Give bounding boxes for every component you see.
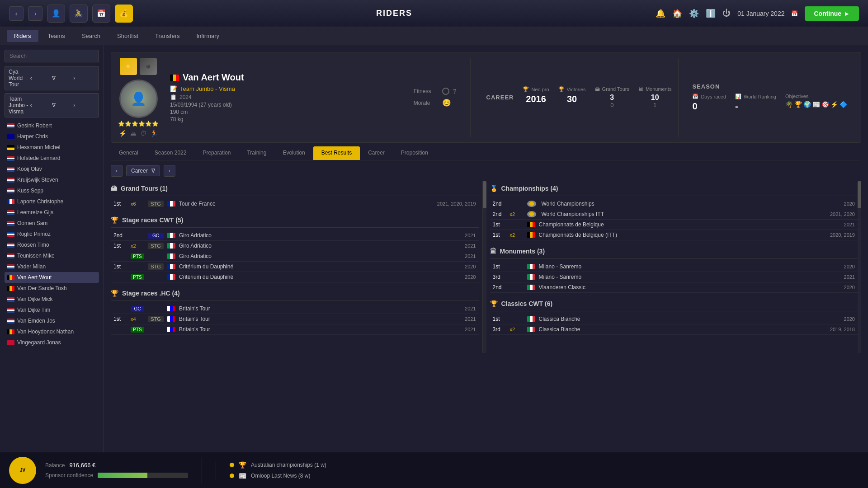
tab-infirmary[interactable]: Infirmary xyxy=(189,30,226,42)
flag-icon xyxy=(167,274,175,280)
tab-preparation[interactable]: Preparation xyxy=(194,146,239,160)
tab-teams[interactable]: Teams xyxy=(41,30,72,42)
right-scrollbar[interactable] xyxy=(858,181,861,353)
team-dropdown[interactable]: Team Jumbo - Visma ‹ ∇ › xyxy=(5,93,99,117)
table-row[interactable]: 1st x4 STG Britain's Tour 2021 xyxy=(111,314,479,324)
table-row[interactable]: PTS Critérium du Dauphiné 2020 xyxy=(111,272,479,282)
list-item[interactable]: Van Emden Jos xyxy=(5,315,99,326)
flag-icon xyxy=(7,340,14,345)
home-icon[interactable]: 🏠 xyxy=(672,9,682,19)
season-stats-group: 📅 Days raced 0 📊 World Ranking - Obje xyxy=(692,94,847,112)
table-row[interactable]: 2nd Vlaanderen Classic 2020 xyxy=(490,282,858,293)
table-row[interactable]: 3rd x2 Classica Bianche 2019, 2018 xyxy=(490,324,858,335)
flag-icon xyxy=(7,319,14,324)
tab-riders[interactable]: Riders xyxy=(7,30,38,42)
chevron-down-icon2[interactable]: ∇ xyxy=(52,102,74,108)
bottom-bar: JV Balance 916,666 € Sponsor confidence … xyxy=(0,452,868,488)
career-next-btn[interactable]: › xyxy=(164,165,175,177)
pts-jersey: PTS xyxy=(131,253,144,259)
list-item[interactable]: Hofstede Lennard xyxy=(5,153,99,164)
teams-icon-btn[interactable]: 🚴 xyxy=(70,5,88,23)
chevron-right-icon2[interactable]: › xyxy=(73,102,95,108)
morale-row: Morale 😊 xyxy=(414,99,457,107)
table-row[interactable]: 1st x6 STG Tour de France 2021, 2020, 20… xyxy=(111,199,479,209)
tab-season2022[interactable]: Season 2022 xyxy=(146,146,195,160)
tab-transfers[interactable]: Transfers xyxy=(148,30,187,42)
season-section: SEASON 📅 Days raced 0 📊 World Ranking xyxy=(685,83,854,112)
flag-gb3 xyxy=(167,327,175,332)
table-row[interactable]: PTS Britain's Tour 2021 xyxy=(111,324,479,335)
list-item[interactable]: Vader Milan xyxy=(5,261,99,272)
tab-training[interactable]: Training xyxy=(239,146,274,160)
calendar-icon-btn[interactable]: 📅 xyxy=(92,5,110,23)
tab-shortlist[interactable]: Shortlist xyxy=(110,30,146,42)
table-row[interactable]: GC Britain's Tour 2021 xyxy=(111,304,479,314)
rider-name: Oomen Sam xyxy=(17,220,47,226)
world-flag-icon xyxy=(527,201,536,207)
flag-icon xyxy=(7,178,14,183)
tab-best-results[interactable]: Best Results xyxy=(313,146,360,160)
list-item[interactable]: Kruijswijk Steven xyxy=(5,174,99,185)
table-row[interactable]: 1st x2 STG Giro Adriatico 2021 xyxy=(111,241,479,251)
list-item[interactable]: Van Dijke Tim xyxy=(5,305,99,315)
list-item[interactable]: Hessmann Michel xyxy=(5,142,99,153)
table-row[interactable]: 3rd Milano - Sanremo 2021 xyxy=(490,272,858,282)
flag-icon xyxy=(167,264,175,269)
list-item[interactable]: Laporte Christophe xyxy=(5,196,99,207)
table-row[interactable]: 1st STG Critérium du Dauphiné 2020 xyxy=(111,262,479,272)
table-row[interactable]: 2nd x2 World Championships ITT 2021, 202… xyxy=(490,209,858,220)
table-row[interactable]: PTS Giro Adriatico 2021 xyxy=(111,251,479,262)
tab-general[interactable]: General xyxy=(111,146,146,160)
left-scrollbar[interactable] xyxy=(483,181,486,353)
list-item[interactable]: Harper Chris xyxy=(5,131,99,142)
neo-pro-year: 2016 xyxy=(523,94,549,104)
riders-icon-btn[interactable]: 👤 xyxy=(47,5,65,23)
active-icon-btn[interactable]: 💰 xyxy=(115,5,133,23)
balance-row: Balance 916,666 € xyxy=(45,462,188,469)
forward-button[interactable]: › xyxy=(28,6,42,21)
list-item[interactable]: Van Dijke Mick xyxy=(5,294,99,305)
list-item[interactable]: Van Hooydoncк Nathan xyxy=(5,326,99,337)
flag-icon xyxy=(7,232,14,237)
power-icon[interactable]: ⏻ xyxy=(722,9,731,19)
list-item[interactable]: Roosen Timo xyxy=(5,239,99,250)
table-row[interactable]: 1st Milano - Sanremo 2020 xyxy=(490,262,858,272)
content-tabs: General Season 2022 Preparation Training… xyxy=(111,146,861,160)
list-item[interactable]: Kooij Olav xyxy=(5,164,99,174)
info-icon[interactable]: ℹ️ xyxy=(706,9,716,19)
table-row[interactable]: 2nd GC Giro Adriatico 2021 xyxy=(111,230,479,241)
tab-career[interactable]: Career xyxy=(360,146,393,160)
bell-icon[interactable]: 🔔 xyxy=(656,9,665,19)
back-button[interactable]: ‹ xyxy=(9,6,24,21)
list-item[interactable]: Roglic Primoz xyxy=(5,229,99,239)
table-row[interactable]: 1st Classica Bianche 2020 xyxy=(490,314,858,324)
list-item[interactable]: Oomen Sam xyxy=(5,218,99,229)
sponsor-row: Sponsor confidence xyxy=(45,472,188,479)
chevron-right-icon[interactable]: › xyxy=(73,75,95,81)
list-item[interactable]: Vingegaard Jonas xyxy=(5,337,99,348)
list-item[interactable]: Gesink Robert xyxy=(5,120,99,131)
world-tour-dropdown[interactable]: Cya World Tour ‹ ∇ › xyxy=(5,66,99,90)
gear-icon[interactable]: ⚙️ xyxy=(689,9,699,19)
search-input[interactable] xyxy=(5,50,99,62)
chevron-left-icon[interactable]: ‹ xyxy=(30,75,52,81)
career-prev-btn[interactable]: ‹ xyxy=(111,165,123,177)
sponsor-fill xyxy=(98,473,147,478)
list-item-active[interactable]: Van Aert Wout xyxy=(5,272,99,283)
tab-search[interactable]: Search xyxy=(75,30,108,42)
table-row[interactable]: 1st x2 Championnats de Belgique (ITT) 20… xyxy=(490,230,858,240)
table-row[interactable]: 1st Championnats de Belgique 2021 xyxy=(490,220,858,230)
continue-button[interactable]: Continue ► xyxy=(805,6,859,21)
table-row[interactable]: 2nd World Championships 2020 xyxy=(490,199,858,209)
fitness-morale: Fitness ? Morale 😊 xyxy=(407,88,463,107)
list-item[interactable]: Leemreize Gijs xyxy=(5,207,99,218)
list-item[interactable]: Teunissen Mike xyxy=(5,250,99,261)
tab-proposition[interactable]: Proposition xyxy=(393,146,436,160)
tab-evolution[interactable]: Evolution xyxy=(274,146,313,160)
monuments-stat: 🏛 Monuments 10 1 xyxy=(638,86,671,108)
chevron-down-icon[interactable]: ∇ xyxy=(52,75,74,81)
chevron-left-icon2[interactable]: ‹ xyxy=(30,102,52,108)
list-item[interactable]: Kuss Sepp xyxy=(5,185,99,196)
list-item[interactable]: Van Der Sande Tosh xyxy=(5,283,99,294)
career-dropdown[interactable]: Career ∇ xyxy=(126,165,160,176)
